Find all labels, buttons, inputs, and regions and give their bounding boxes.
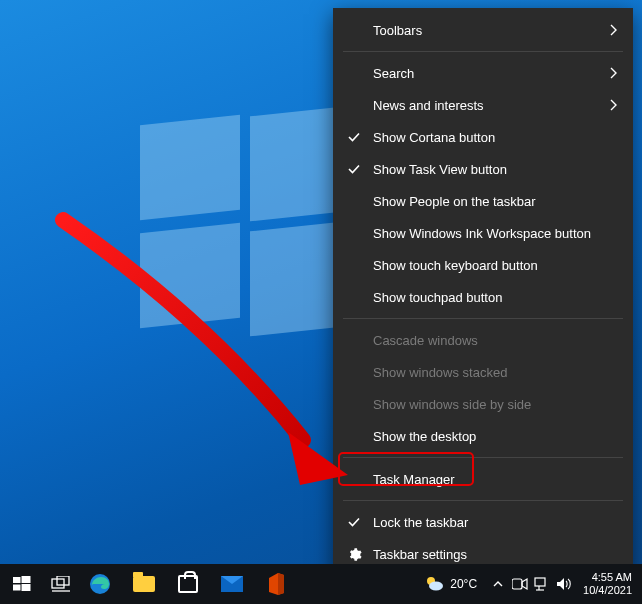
network-icon — [534, 577, 550, 591]
svg-rect-5 — [52, 579, 64, 588]
taskbar-context-menu: Toolbars Search News and interests Show … — [333, 8, 633, 576]
menu-label: Show People on the taskbar — [373, 194, 536, 209]
menu-label: Lock the taskbar — [373, 515, 468, 530]
svg-rect-2 — [22, 576, 31, 583]
menu-label: Taskbar settings — [373, 547, 467, 562]
menu-item-cascade-windows: Cascade windows — [333, 324, 633, 356]
menu-item-news-interests[interactable]: News and interests — [333, 89, 633, 121]
menu-item-show-cortana[interactable]: Show Cortana button — [333, 121, 633, 153]
edge-button[interactable] — [78, 564, 122, 604]
menu-item-task-manager[interactable]: Task Manager — [333, 463, 633, 495]
menu-item-show-people[interactable]: Show People on the taskbar — [333, 185, 633, 217]
menu-item-search[interactable]: Search — [333, 57, 633, 89]
menu-label: Cascade windows — [373, 333, 478, 348]
tray-meet-now[interactable] — [511, 564, 529, 604]
weather-widget[interactable]: 20°C — [416, 574, 485, 595]
menu-label: Search — [373, 66, 414, 81]
task-view-icon — [49, 572, 73, 596]
svg-rect-12 — [535, 578, 545, 586]
menu-label: News and interests — [373, 98, 484, 113]
menu-item-show-task-view[interactable]: Show Task View button — [333, 153, 633, 185]
chevron-right-icon — [607, 89, 621, 121]
menu-label: Show touchpad button — [373, 290, 502, 305]
windows-logo-icon — [10, 572, 34, 596]
separator — [343, 318, 623, 319]
office-button[interactable] — [254, 564, 298, 604]
menu-item-show-ink-workspace[interactable]: Show Windows Ink Workspace button — [333, 217, 633, 249]
menu-item-windows-side-by-side: Show windows side by side — [333, 388, 633, 420]
mail-icon — [220, 572, 244, 596]
office-icon — [264, 572, 288, 596]
clock-time: 4:55 AM — [592, 571, 632, 584]
taskbar-left — [0, 564, 298, 604]
weather-temp: 20°C — [450, 577, 477, 591]
taskbar: 20°C 4:55 AM 10/4/2021 — [0, 564, 642, 604]
folder-icon — [132, 572, 156, 596]
menu-label: Show windows stacked — [373, 365, 507, 380]
chevron-up-icon — [493, 579, 503, 589]
svg-rect-3 — [13, 585, 21, 591]
task-view-button[interactable] — [44, 564, 78, 604]
menu-label: Show the desktop — [373, 429, 476, 444]
svg-rect-1 — [13, 577, 21, 583]
check-icon — [345, 121, 363, 153]
menu-item-lock-taskbar[interactable]: Lock the taskbar — [333, 506, 633, 538]
tray-overflow-button[interactable] — [489, 564, 507, 604]
menu-item-toolbars[interactable]: Toolbars — [333, 14, 633, 46]
weather-icon — [424, 574, 444, 595]
edge-icon — [88, 572, 112, 596]
svg-rect-6 — [57, 576, 69, 585]
menu-item-windows-stacked: Show windows stacked — [333, 356, 633, 388]
menu-item-show-the-desktop[interactable]: Show the desktop — [333, 420, 633, 452]
svg-rect-4 — [22, 584, 31, 591]
taskbar-clock[interactable]: 4:55 AM 10/4/2021 — [577, 571, 638, 596]
menu-label: Show windows side by side — [373, 397, 531, 412]
menu-label: Show Cortana button — [373, 130, 495, 145]
svg-point-10 — [429, 581, 443, 590]
chevron-right-icon — [607, 57, 621, 89]
start-button[interactable] — [0, 564, 44, 604]
store-icon — [176, 572, 200, 596]
menu-item-show-touch-keyboard[interactable]: Show touch keyboard button — [333, 249, 633, 281]
taskbar-right: 20°C 4:55 AM 10/4/2021 — [416, 564, 642, 604]
microsoft-store-button[interactable] — [166, 564, 210, 604]
clock-date: 10/4/2021 — [583, 584, 632, 597]
mail-button[interactable] — [210, 564, 254, 604]
menu-label: Show Task View button — [373, 162, 507, 177]
check-icon — [345, 153, 363, 185]
speaker-icon — [556, 577, 572, 591]
tray-volume[interactable] — [555, 564, 573, 604]
separator — [343, 51, 623, 52]
menu-label: Toolbars — [373, 23, 422, 38]
camera-icon — [512, 577, 528, 591]
chevron-right-icon — [607, 14, 621, 46]
svg-rect-11 — [512, 579, 522, 589]
separator — [343, 500, 623, 501]
menu-item-show-touchpad[interactable]: Show touchpad button — [333, 281, 633, 313]
tray-network[interactable] — [533, 564, 551, 604]
file-explorer-button[interactable] — [122, 564, 166, 604]
separator — [343, 457, 623, 458]
menu-label: Show Windows Ink Workspace button — [373, 226, 591, 241]
menu-label: Show touch keyboard button — [373, 258, 538, 273]
check-icon — [345, 506, 363, 538]
menu-label: Task Manager — [373, 472, 455, 487]
